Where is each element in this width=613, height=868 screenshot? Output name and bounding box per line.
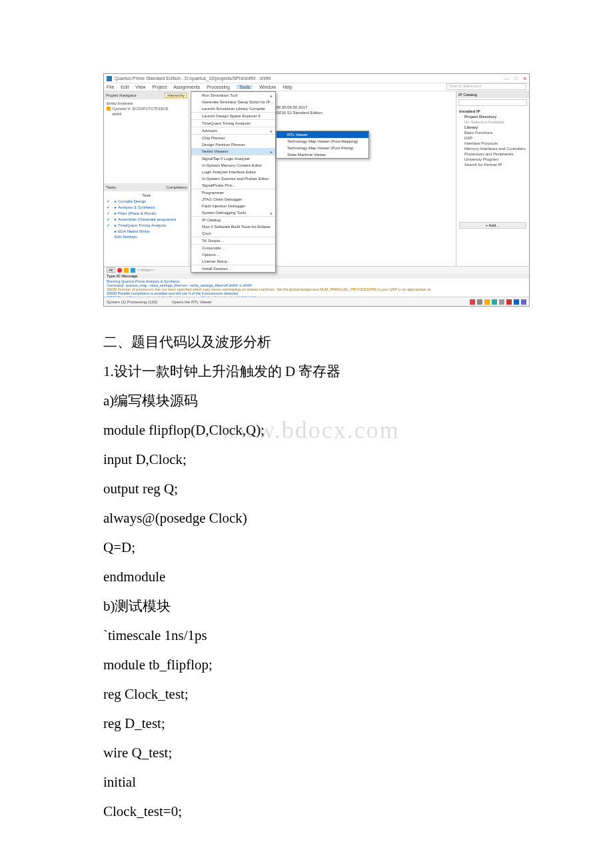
tray-icon[interactable] (499, 299, 504, 305)
filter-all[interactable]: All (107, 267, 115, 273)
menu-processing[interactable]: Processing (207, 85, 230, 89)
minimize-button[interactable]: — (504, 75, 509, 81)
menuitem-timequest[interactable]: TimeQuest Timing Analyzer (191, 119, 275, 127)
menuitem-insys-sources[interactable]: In-System Sources and Probes Editor (191, 175, 275, 182)
tray-icon[interactable] (506, 299, 512, 305)
menu-help[interactable]: Help (283, 85, 292, 89)
tasks-header: Tasks Compilation (104, 183, 189, 191)
task-compile[interactable]: ▸Compile Design (107, 198, 186, 204)
code-line: input D,Clock; (103, 445, 516, 473)
tray-icon[interactable] (514, 299, 519, 305)
ip-project-dir[interactable]: Project Directory (459, 114, 526, 119)
code-line: reg Clock_test; (103, 680, 516, 708)
task-edit-settings[interactable]: Edit Settings (107, 234, 186, 239)
menuitem-gen-sim-setup[interactable]: Generate Simulator Setup Script for IP… (191, 99, 275, 105)
ip-basic-functions[interactable]: Basic Functions (459, 130, 526, 135)
tools-dropdown: Run Simulation Tool▸ Generate Simulator … (191, 91, 276, 273)
menuitem-run-simulation[interactable]: Run Simulation Tool▸ (191, 92, 275, 99)
ip-installed[interactable]: Installed IP (459, 109, 526, 114)
menu-assignments[interactable]: Assignments (173, 85, 200, 89)
ip-add-button[interactable]: + Add… (459, 222, 526, 229)
menu-edit[interactable]: Edit (121, 85, 129, 89)
tasks-column: Task (107, 193, 186, 198)
device-node[interactable]: Cyclone V: 5CGXFC7C7F23C8 (107, 106, 186, 111)
warning-filter-icon[interactable] (124, 268, 129, 273)
ip-no-selection: No Selection Available (459, 119, 526, 125)
tray-icon[interactable] (477, 299, 482, 305)
hierarchy-tab[interactable]: Hierarchy (165, 93, 187, 98)
menuitem-sys-debug[interactable]: System Debugging Tools▸ (191, 209, 275, 216)
ip-dsp[interactable]: DSP (459, 135, 526, 141)
menuitem-jtag-chain[interactable]: JTAG Chain Debugger (191, 196, 275, 203)
ip-memory-interfaces[interactable]: Memory Interfaces and Controllers (459, 146, 526, 151)
ip-search-partner[interactable]: Search for Partner IP (459, 162, 526, 167)
filter-box[interactable]: <<Filter>> (137, 268, 155, 272)
code-line: module tb_flipflop; (103, 651, 516, 679)
error-filter-icon[interactable] (117, 268, 122, 273)
menuitem-design-partition[interactable]: Design Partition Planner (191, 141, 275, 148)
menuitem-options[interactable]: Options… (191, 251, 275, 258)
task-analysis[interactable]: ▸Analysis & Synthesis (107, 204, 186, 210)
menuitem-fault-inject[interactable]: Fault Injection Debugger (191, 203, 275, 209)
ip-search-input[interactable] (458, 99, 527, 106)
menuitem-netlist-viewers[interactable]: Netlist Viewers▸ (191, 148, 275, 155)
code-line: `timescale 1ns/1ps (103, 621, 516, 649)
menuitem-launch-dse[interactable]: Launch Design Space Explorer II (191, 112, 275, 119)
ip-interface-protocols[interactable]: Interface Protocols (459, 141, 526, 146)
status-tabs[interactable]: System (1) Processing (120) (107, 300, 157, 304)
search-input[interactable]: Search altera.com (446, 83, 526, 90)
maximize-button[interactable]: □ (514, 75, 518, 81)
menuitem-insys-mem[interactable]: In-System Memory Content Editor (191, 162, 275, 169)
tray-icon[interactable] (484, 299, 490, 305)
menuitem-programmer[interactable]: Programmer (191, 189, 275, 196)
entity-column: Entity:Instance (107, 101, 186, 106)
task-eda-netlist[interactable]: ▸EDA Netlist Writer (107, 228, 186, 234)
messages-console: All <<Filter>> Type ID Message Running Q… (104, 266, 529, 297)
close-button[interactable]: × (523, 75, 526, 81)
menuitem-signalprobe[interactable]: SignalProbe Pins… (191, 182, 275, 189)
instance-node[interactable]: shift4 (107, 111, 186, 117)
menuitem-license[interactable]: License Setup… (191, 258, 275, 265)
menuitem-qsys[interactable]: Qsys (191, 230, 275, 237)
task-fitter[interactable]: ▸Fitter (Place & Route) (107, 210, 186, 216)
menuitem-ip-catalog[interactable]: IP Catalog (191, 216, 275, 223)
task-timequest[interactable]: ▸TimeQuest Timing Analysis (107, 222, 186, 228)
menuitem-advisors[interactable]: Advisors▸ (191, 127, 275, 134)
code-line: wire Q_test; (103, 739, 516, 767)
ip-processors[interactable]: Processors and Peripherals (459, 151, 526, 157)
code-line: Q=D; (103, 533, 516, 561)
menuitem-launch-sim-lib[interactable]: Launch Simulation Library Compiler (191, 105, 275, 112)
menu-tools[interactable]: Tools (237, 85, 253, 89)
menuitem-tcl[interactable]: Tcl Scripts… (191, 237, 275, 244)
ip-library[interactable]: Library (459, 125, 526, 130)
submenu-tech-map-postfit[interactable]: Technology Map Viewer (Post-Fitting) (277, 145, 368, 151)
menuitem-nios2[interactable]: Nios II Software Build Tools for Eclipse (191, 223, 275, 230)
subsection-heading: 1.设计一款时钟上升沿触发的 D 寄存器 (103, 357, 516, 385)
submenu-tech-map-postmap[interactable]: Technology Map Viewer (Post-Mapping) (277, 138, 368, 145)
tray-icon[interactable] (521, 299, 526, 305)
submenu-rtl-viewer[interactable]: RTL Viewer (277, 131, 368, 138)
submenu-state-machine[interactable]: State Machine Viewer (277, 151, 368, 158)
status-bar: System (1) Processing (120) Opens the RT… (104, 297, 529, 306)
info-filter-icon[interactable] (131, 268, 135, 273)
menu-window[interactable]: Window (259, 85, 276, 89)
code-line: output reg Q; (103, 475, 516, 503)
quartus-screenshot: Quartus Prime Standard Edition - D:/quar… (103, 73, 530, 307)
task-assembler[interactable]: ▸Assembler (Generate programmi (107, 216, 186, 222)
menu-project[interactable]: Project (152, 85, 167, 89)
menuitem-customize[interactable]: Customize… (191, 244, 275, 251)
menuitem-install-dev[interactable]: Install Devices… (191, 265, 275, 272)
code-line: always@(posedge Clock) (103, 504, 516, 532)
tray-icon[interactable] (470, 299, 475, 305)
menuitem-signaltap[interactable]: SignalTap II Logic Analyzer (191, 155, 275, 162)
ip-university[interactable]: University Program (459, 157, 526, 162)
console-columns: Type ID Message (104, 273, 529, 279)
menu-view[interactable]: View (135, 85, 145, 89)
code-line: module flipflop(D,Clock,Q); www.bdocx.co… (103, 416, 516, 444)
system-tray (470, 299, 526, 305)
menu-file[interactable]: File (107, 85, 114, 89)
menuitem-logic-analyzer[interactable]: Logic Analyzer Interface Editor (191, 169, 275, 175)
tray-icon[interactable] (492, 299, 497, 305)
window-titlebar: Quartus Prime Standard Edition - D:/quar… (104, 74, 529, 83)
menuitem-chip-planner[interactable]: Chip Planner (191, 134, 275, 141)
